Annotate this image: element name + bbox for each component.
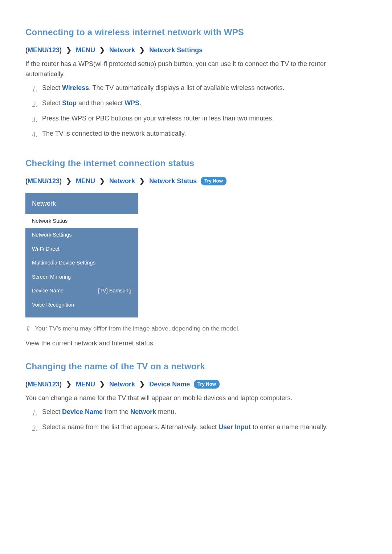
step-list: 1.Select Device Name from the Network me… — [25, 407, 367, 434]
menu-item-wifi-direct[interactable]: Wi-Fi Direct — [25, 242, 138, 256]
step-item: 3.Press the WPS or PBC buttons on your w… — [32, 114, 367, 125]
network-menu-preview: Network Network Status Network Settings … — [25, 193, 138, 317]
section-devicename: Changing the name of the TV on a network… — [25, 360, 367, 434]
breadcrumb: (MENU/123) ❯ MENU ❯ Network ❯ Network Se… — [25, 45, 367, 56]
section-title: Checking the internet connection status — [25, 156, 367, 170]
chevron-right-icon: ❯ — [99, 45, 105, 56]
chevron-right-icon: ❯ — [139, 45, 145, 56]
section-title: Connecting to a wireless internet networ… — [25, 25, 367, 39]
intro-text: You can change a name for the TV that wi… — [25, 393, 367, 403]
chevron-right-icon: ❯ — [66, 45, 72, 56]
section-wps: Connecting to a wireless internet networ… — [25, 25, 367, 140]
chevron-right-icon: ❯ — [66, 379, 72, 390]
post-text: View the current network and Internet st… — [25, 338, 367, 349]
note-text: Your TV's menu may differ from the image… — [35, 324, 367, 333]
menu-item-voice-recognition[interactable]: Voice Recognition — [25, 298, 138, 312]
menu-title: Network — [25, 193, 138, 214]
chevron-right-icon: ❯ — [139, 379, 145, 390]
step-item: 1.Select Device Name from the Network me… — [32, 407, 367, 419]
menu-item-screen-mirroring[interactable]: Screen Mirroring — [25, 270, 138, 284]
menu-item-network-status[interactable]: Network Status — [25, 214, 138, 228]
chevron-right-icon: ❯ — [99, 379, 105, 390]
menu-item-multimedia[interactable]: Multimedia Device Settings — [25, 256, 138, 270]
chevron-right-icon: ❯ — [139, 176, 145, 186]
step-item: 4.The TV is connected to the network aut… — [32, 129, 367, 140]
intro-text: If the router has a WPS(wi-fi protected … — [25, 59, 367, 79]
step-item: 1.Select Wireless. The TV automatically … — [32, 83, 367, 95]
chevron-right-icon: ❯ — [66, 176, 72, 186]
section-status: Checking the internet connection status … — [25, 156, 367, 349]
menu-item-device-name[interactable]: Device Name[TV] Samsung — [25, 284, 138, 297]
pencil-icon — [25, 324, 35, 334]
step-item: 2.Select Stop and then select WPS. — [32, 98, 367, 110]
try-now-badge[interactable]: Try Now — [201, 177, 226, 185]
note: Your TV's menu may differ from the image… — [25, 324, 367, 334]
step-item: 2.Select a name from the list that appea… — [32, 422, 367, 434]
breadcrumb: (MENU/123) ❯ MENU ❯ Network ❯ Network St… — [25, 176, 367, 186]
menu-item-network-settings[interactable]: Network Settings — [25, 228, 138, 242]
section-title: Changing the name of the TV on a network — [25, 360, 367, 373]
try-now-badge[interactable]: Try Now — [194, 380, 220, 389]
breadcrumb: (MENU/123) ❯ MENU ❯ Network ❯ Device Nam… — [25, 379, 367, 390]
step-list: 1.Select Wireless. The TV automatically … — [25, 83, 367, 140]
chevron-right-icon: ❯ — [99, 176, 105, 186]
